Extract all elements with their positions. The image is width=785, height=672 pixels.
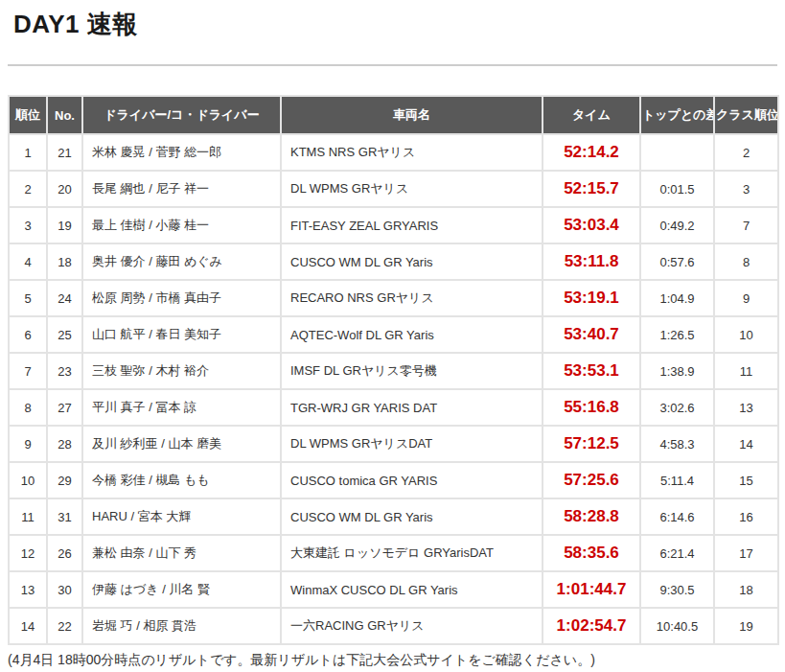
class-rank-cell: 15 bbox=[714, 462, 778, 498]
driver-cell: 松原 周勢 / 市橋 真由子 bbox=[82, 280, 281, 316]
table-row: 418奥井 優介 / 藤田 めぐみCUSCO WM DL GR Yaris53:… bbox=[9, 243, 778, 280]
driver-cell: 最上 佳樹 / 小藤 桂一 bbox=[82, 207, 281, 243]
class-rank-cell: 9 bbox=[714, 280, 778, 316]
car-cell: CUSCO WM DL GR Yaris bbox=[281, 243, 543, 280]
time-cell: 52:14.2 bbox=[543, 134, 640, 171]
gap-cell: 4:58.3 bbox=[640, 426, 714, 462]
rank-cell: 12 bbox=[9, 535, 47, 571]
no-cell: 30 bbox=[47, 571, 82, 608]
time-cell: 1:02:54.7 bbox=[543, 608, 640, 644]
gap-cell: 5:11.4 bbox=[640, 462, 714, 498]
gap-cell: 6:14.6 bbox=[640, 498, 714, 535]
rank-cell: 2 bbox=[9, 171, 47, 207]
rank-cell: 3 bbox=[9, 207, 47, 243]
driver-cell: 長尾 綱也 / 尼子 祥一 bbox=[82, 171, 281, 207]
gap-cell: 10:40.5 bbox=[640, 608, 714, 644]
rank-cell: 1 bbox=[9, 134, 47, 171]
no-cell: 25 bbox=[47, 316, 82, 353]
rank-cell: 8 bbox=[9, 389, 47, 426]
column-header-car: 車両名 bbox=[281, 96, 543, 134]
gap-cell: 1:38.9 bbox=[640, 353, 714, 389]
table-row: 1422岩堀 巧 / 相原 貫浩一六RACING GRヤリス1:02:54.71… bbox=[9, 608, 778, 644]
table-row: 723三枝 聖弥 / 木村 裕介IMSF DL GRヤリス零号機53:53.11… bbox=[9, 353, 778, 389]
time-cell: 57:12.5 bbox=[543, 426, 640, 462]
column-header-crew: ドライバー/コ・ドライバー bbox=[82, 96, 281, 134]
results-table: 順位 No. ドライバー/コ・ドライバー 車両名 タイム トップとの差 クラス順… bbox=[8, 95, 779, 645]
time-cell: 58:28.8 bbox=[543, 498, 640, 535]
rank-cell: 9 bbox=[9, 426, 47, 462]
driver-cell: 米林 慶晃 / 菅野 総一郎 bbox=[82, 134, 281, 171]
table-row: 319最上 佳樹 / 小藤 桂一FIT-EASY ZEAL GRYARIS53:… bbox=[9, 207, 778, 243]
class-rank-cell: 14 bbox=[714, 426, 778, 462]
rank-cell: 13 bbox=[9, 571, 47, 608]
car-cell: AQTEC-Wolf DL GR Yaris bbox=[281, 316, 543, 353]
title-divider bbox=[8, 64, 777, 66]
driver-cell: 今橋 彩佳 / 槻島 もも bbox=[82, 462, 281, 498]
class-rank-cell: 17 bbox=[714, 535, 778, 571]
no-cell: 21 bbox=[47, 134, 82, 171]
table-row: 625山口 航平 / 春日 美知子AQTEC-Wolf DL GR Yaris5… bbox=[9, 316, 778, 353]
gap-cell: 1:04.9 bbox=[640, 280, 714, 316]
driver-cell: 及川 紗利亜 / 山本 磨美 bbox=[82, 426, 281, 462]
class-rank-cell: 8 bbox=[714, 243, 778, 280]
no-cell: 28 bbox=[47, 426, 82, 462]
car-cell: 大東建託 ロッソモデロ GRYarisDAT bbox=[281, 535, 543, 571]
time-cell: 1:01:44.7 bbox=[543, 571, 640, 608]
time-cell: 57:25.6 bbox=[543, 462, 640, 498]
no-cell: 19 bbox=[47, 207, 82, 243]
driver-cell: 奥井 優介 / 藤田 めぐみ bbox=[82, 243, 281, 280]
rank-cell: 4 bbox=[9, 243, 47, 280]
results-table-header: 順位 No. ドライバー/コ・ドライバー 車両名 タイム トップとの差 クラス順… bbox=[9, 96, 778, 134]
car-cell: RECARO NRS GRヤリス bbox=[281, 280, 543, 316]
gap-cell: 9:30.5 bbox=[640, 571, 714, 608]
no-cell: 24 bbox=[47, 280, 82, 316]
table-row: 827平川 真子 / 冨本 諒TGR-WRJ GR YARIS DAT55:16… bbox=[9, 389, 778, 426]
car-cell: WinmaX CUSCO DL GR Yaris bbox=[281, 571, 543, 608]
no-cell: 18 bbox=[47, 243, 82, 280]
gap-cell: 6:21.4 bbox=[640, 535, 714, 571]
gap-cell: 0:49.2 bbox=[640, 207, 714, 243]
time-cell: 52:15.7 bbox=[543, 171, 640, 207]
car-cell: FIT-EASY ZEAL GRYARIS bbox=[281, 207, 543, 243]
time-cell: 58:35.6 bbox=[543, 535, 640, 571]
no-cell: 20 bbox=[47, 171, 82, 207]
class-rank-cell: 11 bbox=[714, 353, 778, 389]
rank-cell: 7 bbox=[9, 353, 47, 389]
car-cell: DL WPMS GRヤリスDAT bbox=[281, 426, 543, 462]
column-header-time: タイム bbox=[543, 96, 640, 134]
time-cell: 53:11.8 bbox=[543, 243, 640, 280]
gap-cell: 0:01.5 bbox=[640, 171, 714, 207]
time-cell: 53:40.7 bbox=[543, 316, 640, 353]
class-rank-cell: 2 bbox=[714, 134, 778, 171]
rank-cell: 10 bbox=[9, 462, 47, 498]
class-rank-cell: 19 bbox=[714, 608, 778, 644]
no-cell: 26 bbox=[47, 535, 82, 571]
page: DAY1 速報 順位 No. ドライバー/コ・ドライバー 車両名 タイム トップ… bbox=[0, 0, 785, 669]
results-table-body: 121米林 慶晃 / 菅野 総一郎KTMS NRS GRヤリス52:14.222… bbox=[9, 134, 778, 644]
car-cell: DL WPMS GRヤリス bbox=[281, 171, 543, 207]
column-header-no: No. bbox=[47, 96, 82, 134]
driver-cell: 伊藤 はづき / 川名 賢 bbox=[82, 571, 281, 608]
car-cell: KTMS NRS GRヤリス bbox=[281, 134, 543, 171]
column-header-rank: 順位 bbox=[9, 96, 47, 134]
no-cell: 29 bbox=[47, 462, 82, 498]
table-row: 220長尾 綱也 / 尼子 祥一DL WPMS GRヤリス52:15.70:01… bbox=[9, 171, 778, 207]
gap-cell: 1:26.5 bbox=[640, 316, 714, 353]
car-cell: TGR-WRJ GR YARIS DAT bbox=[281, 389, 543, 426]
car-cell: CUSCO tomica GR YARIS bbox=[281, 462, 543, 498]
no-cell: 31 bbox=[47, 498, 82, 535]
header-row: 順位 No. ドライバー/コ・ドライバー 車両名 タイム トップとの差 クラス順… bbox=[9, 96, 778, 134]
driver-cell: 三枝 聖弥 / 木村 裕介 bbox=[82, 353, 281, 389]
class-rank-cell: 18 bbox=[714, 571, 778, 608]
class-rank-cell: 10 bbox=[714, 316, 778, 353]
car-cell: IMSF DL GRヤリス零号機 bbox=[281, 353, 543, 389]
class-rank-cell: 16 bbox=[714, 498, 778, 535]
column-header-gap: トップとの差 bbox=[640, 96, 714, 134]
rank-cell: 5 bbox=[9, 280, 47, 316]
driver-cell: 平川 真子 / 冨本 諒 bbox=[82, 389, 281, 426]
table-row: 928及川 紗利亜 / 山本 磨美DL WPMS GRヤリスDAT57:12.5… bbox=[9, 426, 778, 462]
gap-cell: 3:02.6 bbox=[640, 389, 714, 426]
rank-cell: 14 bbox=[9, 608, 47, 644]
table-row: 1226兼松 由奈 / 山下 秀大東建託 ロッソモデロ GRYarisDAT58… bbox=[9, 535, 778, 571]
class-rank-cell: 3 bbox=[714, 171, 778, 207]
